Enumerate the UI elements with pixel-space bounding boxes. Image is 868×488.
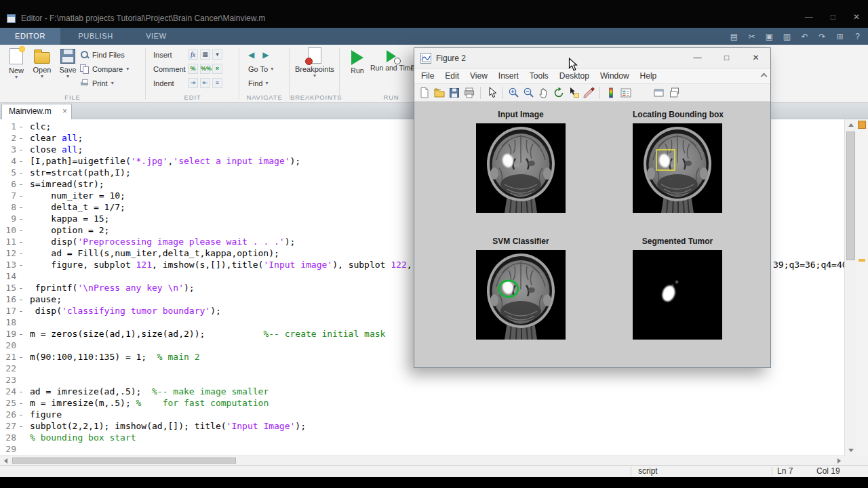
uncomment-icon[interactable]: × xyxy=(212,64,222,74)
window-titlebar[interactable]: Editor - F:\matlab projects Tutorial\Pro… xyxy=(0,0,868,28)
run-time-icon xyxy=(387,50,396,62)
insert-row[interactable]: Insert fx▦▾ xyxy=(153,49,222,60)
redo-icon[interactable]: ↷ xyxy=(817,32,827,41)
insert-section-icon[interactable]: ▦ xyxy=(200,49,210,60)
editor-vertical-scrollbar[interactable] xyxy=(844,119,856,455)
comment-icon[interactable]: % xyxy=(188,64,198,74)
save-icon[interactable]: ▤ xyxy=(729,32,739,41)
scrollbar-thumb[interactable] xyxy=(846,131,855,260)
undo-icon[interactable]: ↶ xyxy=(800,32,810,41)
scroll-right-icon[interactable] xyxy=(833,456,844,465)
indent-left-icon[interactable]: ⇤ xyxy=(200,78,210,88)
back-icon[interactable]: ◀ xyxy=(248,50,254,60)
editor-horizontal-scrollbar[interactable] xyxy=(0,455,844,465)
chevron-down-icon: ▾ xyxy=(290,73,339,78)
warning-marker[interactable] xyxy=(859,259,865,262)
section-divider xyxy=(145,48,146,100)
subplot-title-bounding-box: Locating Bounding box xyxy=(633,110,722,119)
link-plot-icon[interactable] xyxy=(653,87,665,99)
scroll-down-icon[interactable] xyxy=(845,445,856,455)
insert-legend-icon[interactable] xyxy=(620,87,632,99)
print-button[interactable]: Print ▾ xyxy=(80,77,114,89)
menu-edit[interactable]: Edit xyxy=(439,71,465,81)
save-figure-icon[interactable] xyxy=(448,87,460,99)
print-figure-icon[interactable] xyxy=(463,87,475,99)
tab-view[interactable]: VIEW xyxy=(131,28,182,45)
warning-indicator[interactable] xyxy=(858,121,866,129)
chevron-down-icon: ▾ xyxy=(265,81,268,85)
close-tab-icon[interactable]: × xyxy=(62,104,67,119)
dock-figure-icon[interactable] xyxy=(669,87,681,99)
open-button[interactable]: Open ▾ xyxy=(30,47,54,79)
find-button[interactable]: Find ▾ xyxy=(248,77,268,89)
nav-history-buttons[interactable]: ◀ ▶ xyxy=(248,49,274,60)
scrollbar-thumb[interactable] xyxy=(12,458,236,464)
section-divider xyxy=(289,48,290,100)
data-cursor-icon[interactable] xyxy=(568,87,580,99)
insert-colorbar-icon[interactable] xyxy=(605,87,617,99)
new-script-icon xyxy=(9,48,23,64)
indent-row[interactable]: Indent ⇥⇤≡ xyxy=(153,77,222,89)
new-figure-icon[interactable] xyxy=(418,87,431,99)
breakpoints-button[interactable]: Breakpoints ▾ xyxy=(290,47,339,78)
code-line-27[interactable]: 27-subplot(2,2,1); imshow(ad,[]); title(… xyxy=(0,420,844,432)
help-icon[interactable]: ? xyxy=(852,32,863,41)
menu-file[interactable]: File xyxy=(416,71,439,81)
code-line-29[interactable]: 29 xyxy=(0,443,844,455)
comment-row[interactable]: Comment %%%× xyxy=(153,63,222,75)
zoom-in-icon[interactable] xyxy=(508,87,520,99)
code-line-25[interactable]: 25-m = imresize(m,.5); % for fast comput… xyxy=(0,397,844,409)
navigate-section: ◀ ▶ Go To ▾ Find ▾ NAVIGATE xyxy=(240,45,289,102)
section-divider xyxy=(339,48,340,100)
cut-icon[interactable]: ✂ xyxy=(747,32,757,41)
figure-maximize-button[interactable]: □ xyxy=(712,48,741,68)
copy-icon[interactable]: ▣ xyxy=(764,32,774,41)
menu-tools[interactable]: Tools xyxy=(524,71,554,81)
paste-icon[interactable]: ▥ xyxy=(782,32,792,41)
breakpoint-icon xyxy=(308,47,321,64)
insert-function-icon[interactable]: fx xyxy=(188,49,198,60)
comment-section-icon[interactable]: %% xyxy=(200,64,210,74)
scroll-up-icon[interactable] xyxy=(845,119,856,130)
menu-insert[interactable]: Insert xyxy=(493,71,524,81)
menu-desktop[interactable]: Desktop xyxy=(554,71,595,81)
chevron-down-icon[interactable]: ▾ xyxy=(212,49,222,60)
code-line-26[interactable]: 26-figure xyxy=(0,409,844,420)
indent-right-icon[interactable]: ⇥ xyxy=(188,78,198,88)
switch-window-icon[interactable]: ⊞ xyxy=(835,32,845,41)
window-maximize-button[interactable]: □ xyxy=(831,12,835,22)
scroll-left-icon[interactable] xyxy=(0,456,11,465)
menu-view[interactable]: View xyxy=(465,71,493,81)
tab-publish[interactable]: PUBLISH xyxy=(63,28,127,45)
tab-mainview[interactable]: Mainview.m × xyxy=(1,104,72,119)
rotate-3d-icon[interactable] xyxy=(553,87,565,99)
goto-button[interactable]: Go To ▾ xyxy=(248,63,273,75)
forward-icon[interactable]: ▶ xyxy=(262,50,269,60)
menu-help[interactable]: Help xyxy=(635,71,663,81)
code-line-23[interactable]: 23 xyxy=(0,374,844,386)
code-line-28[interactable]: 28 % bounding box start xyxy=(0,432,844,443)
brush-icon[interactable] xyxy=(583,87,595,99)
window-minimize-button[interactable]: — xyxy=(805,12,813,22)
pointer-icon[interactable] xyxy=(486,87,498,99)
chevron-down-icon: ▾ xyxy=(56,74,80,79)
run-button[interactable]: Run xyxy=(344,47,370,75)
zoom-out-icon[interactable] xyxy=(523,87,535,99)
editor-app-icon xyxy=(7,14,16,23)
menu-window[interactable]: Window xyxy=(595,71,635,81)
save-button[interactable]: Save ▾ xyxy=(56,47,80,79)
code-line-24[interactable]: 24-ad = imresize(ad,.5); %-- make image … xyxy=(0,386,844,397)
compare-button[interactable]: Compare ▾ xyxy=(80,63,129,75)
figure-minimize-button[interactable]: — xyxy=(683,48,712,68)
tab-editor[interactable]: EDITOR xyxy=(0,28,60,45)
open-file-icon[interactable] xyxy=(433,87,446,99)
find-files-button[interactable]: Find Files xyxy=(80,49,125,60)
figure-close-button[interactable]: ✕ xyxy=(741,48,770,68)
pan-icon[interactable] xyxy=(538,87,550,99)
window-close-button[interactable]: ✕ xyxy=(853,12,860,22)
status-bar: script Ln 7 Col 19 xyxy=(0,465,868,477)
figure-titlebar[interactable]: Figure 2 — □ ✕ xyxy=(414,48,770,68)
file-section: New ▾ Open ▾ Save ▾ Find Files Compare ▾ xyxy=(0,45,145,102)
new-button[interactable]: New ▾ xyxy=(4,47,28,79)
smart-indent-icon[interactable]: ≡ xyxy=(212,78,222,88)
